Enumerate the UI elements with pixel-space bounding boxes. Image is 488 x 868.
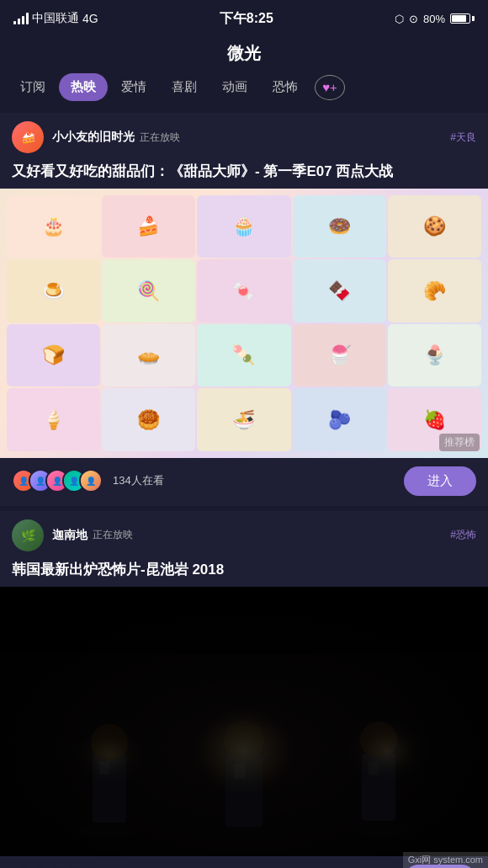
heart-plus-button[interactable]: ♥+ (315, 75, 345, 100)
bluetooth-icon: ⬡ (395, 13, 404, 25)
content-area: 🍰 小小友的旧时光 正在放映 #天良 又好看又好吃的甜品们：《甜品大师》- 第一… (0, 101, 488, 868)
broadcaster-name-1: 小小友的旧时光 (52, 130, 135, 145)
live-badge-1: 正在放映 (140, 130, 180, 145)
tab-animation[interactable]: 动画 (210, 73, 259, 101)
card-footer-1: 👤 👤 👤 👤 👤 134人在看 进入 (0, 458, 488, 496)
stream-card-1: 🍰 小小友的旧时光 正在放映 #天良 又好看又好吃的甜品们：《甜品大师》- 第一… (0, 113, 488, 506)
stream-card-2: 🌿 迦南地 正在放映 #恐怖 韩国最新出炉恐怖片-昆池岩 2018 (0, 511, 488, 868)
network-label: 4G (82, 12, 98, 25)
tag-badge-1: #天良 (450, 130, 476, 145)
tab-romance[interactable]: 爱情 (109, 73, 158, 101)
card-header-1: 🍰 小小友的旧时光 正在放映 #天良 (0, 113, 488, 158)
tag-badge-2: #恐怖 (450, 528, 476, 542)
viewer-count-1: 134人在看 (113, 473, 164, 488)
status-time: 下午8:25 (220, 10, 273, 28)
status-carrier: 中国联通 4G (13, 11, 98, 26)
app-title: 微光 (0, 37, 488, 73)
tab-subscribe[interactable]: 订阅 (8, 73, 57, 101)
tab-horror[interactable]: 恐怖 (261, 73, 310, 101)
card-thumbnail-2 (0, 587, 488, 856)
card-meta-2: 迦南地 正在放映 #恐怖 (52, 528, 476, 543)
card-header-2: 🌿 迦南地 正在放映 #恐怖 (0, 511, 488, 556)
tab-trending[interactable]: 热映 (59, 73, 108, 101)
broadcaster-avatar-2: 🌿 (12, 519, 44, 551)
broadcaster-avatar-1: 🍰 (12, 121, 44, 153)
viewer-avatars-1: 👤 👤 👤 👤 👤 (12, 469, 103, 493)
status-bar: 中国联通 4G 下午8:25 ⬡ ⊙ 80% (0, 0, 488, 37)
signal-icon (13, 13, 29, 24)
site-watermark: Gxi网 system.com (403, 852, 488, 868)
tab-comedy[interactable]: 喜剧 (160, 73, 209, 101)
carrier-label: 中国联通 (32, 11, 79, 26)
battery-icon (450, 13, 475, 24)
card-thumbnail-1: 🎂 🍰 🧁 🍩 🍪 🍮 🍭 🍬 🍫 🥐 🍞 🥧 🍡 🍧 🍨 🍦 (0, 189, 488, 458)
viewer-avatar-5: 👤 (79, 469, 103, 493)
card-title-2: 韩国最新出炉恐怖片-昆池岩 2018 (0, 556, 488, 587)
card-meta-1: 小小友的旧时光 正在放映 #天良 (52, 130, 476, 145)
status-right: ⬡ ⊙ 80% (395, 13, 475, 25)
enter-button-1[interactable]: 进入 (404, 466, 476, 496)
nav-tabs: 订阅 热映 爱情 喜剧 动画 恐怖 ♥+ (0, 73, 488, 101)
broadcaster-name-2: 迦南地 (52, 528, 88, 543)
battery-percent: 80% (423, 13, 445, 25)
live-badge-2: 正在放映 (93, 528, 133, 542)
wifi-icon: ⊙ (409, 13, 418, 25)
card-title-1: 又好看又好吃的甜品们：《甜品大师》- 第一季E07 西点大战 (0, 158, 488, 189)
watermark-1: 推荐榜 (439, 434, 480, 451)
dessert-illustration: 🎂 🍰 🧁 🍩 🍪 🍮 🍭 🍬 🍫 🥐 🍞 🥧 🍡 🍧 🍨 🍦 (0, 189, 488, 458)
